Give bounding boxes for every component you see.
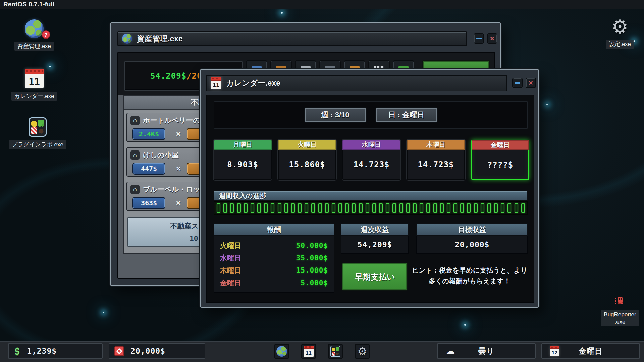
property-price-button[interactable]: 447$	[132, 163, 165, 175]
multiply-sign: ×	[173, 197, 184, 209]
taskbar-day-panel: 12 金曜日	[541, 343, 640, 359]
minimize-icon	[476, 38, 482, 39]
day-card-header: 水曜日	[342, 140, 400, 150]
cloud-icon: ☁	[446, 346, 455, 356]
progress-track	[214, 201, 528, 215]
desktop: RentOS 0.7.1-full 7 資産管理.exe 11 カレンダー.ex…	[0, 0, 644, 362]
progress-segment	[298, 203, 302, 213]
reward-day: 火曜日	[220, 241, 241, 250]
desktop-icon-label: 資産管理.exe	[14, 42, 54, 51]
day-card-value: 15.860$	[279, 150, 335, 179]
rewards-panel: 報酬 火曜日 50.000$ 水曜日 35.000$ 木曜日 15.000$	[214, 223, 334, 293]
desktop-icon-asset-manager[interactable]: 7 資産管理.exe	[11, 19, 58, 51]
progress-segment	[359, 203, 363, 213]
progress-segment	[487, 203, 491, 213]
progress-segment	[352, 203, 356, 213]
tray-button-settings[interactable]: ⚙	[355, 344, 370, 359]
desktop-icon-settings[interactable]: ⚙ 設定.exe	[596, 17, 643, 49]
progress-segment	[386, 203, 389, 213]
minimize-button[interactable]	[512, 78, 523, 88]
day-card-tuesday[interactable]: 火曜日 15.860$	[278, 140, 336, 180]
property-price-button[interactable]: 2.4K$	[132, 128, 165, 140]
background-glint	[546, 104, 548, 105]
calendar-icon: 11	[304, 346, 314, 357]
calendar-icon: 11	[211, 77, 221, 89]
os-top-bar: RentOS 0.7.1-full	[0, 0, 644, 9]
progress-segment	[230, 203, 234, 213]
weekly-revenue-panel: 週次収益 54,209$	[341, 223, 409, 254]
progress-segment	[433, 203, 437, 213]
progress-segment	[338, 203, 342, 213]
property-price-button[interactable]: 363$	[132, 197, 165, 209]
desktop-icon-calendar[interactable]: 11 カレンダー.exe	[11, 69, 58, 101]
reward-amount: 35.000$	[296, 254, 328, 262]
day-card-monday[interactable]: 月曜日 8.903$	[214, 140, 272, 180]
reward-row: 水曜日 35.000$	[214, 252, 334, 264]
taskbar-weather-panel: ☁ 曇り	[437, 343, 536, 359]
day-card-wednesday[interactable]: 水曜日 14.723$	[342, 140, 400, 180]
rewards-header: 報酬	[214, 223, 334, 236]
close-button[interactable]: ×	[487, 33, 497, 44]
day-card-header: 金曜日	[472, 140, 529, 150]
tray-button-asset-manager[interactable]	[274, 344, 289, 359]
reward-row: 火曜日 50.000$	[214, 239, 334, 252]
progress-segment	[325, 203, 329, 213]
close-icon: ×	[529, 79, 533, 87]
calendar-window-titlebar[interactable]: 11 カレンダー.exe	[206, 75, 507, 91]
tray-button-calendar[interactable]: 11	[301, 344, 316, 359]
close-button[interactable]: ×	[526, 78, 536, 88]
target-revenue-header: 目標収益	[416, 223, 528, 236]
weekly-revenue-value: 54,209$	[341, 236, 409, 254]
progress-segment	[217, 203, 220, 213]
day-button[interactable]: 日 : 金曜日	[375, 107, 438, 123]
progress-segment	[413, 203, 417, 213]
house-icon: ⌂	[130, 185, 140, 194]
reward-day: 水曜日	[220, 253, 241, 263]
progress-segment	[399, 203, 403, 213]
notification-badge: 7	[42, 30, 50, 39]
progress-segment	[311, 203, 315, 213]
gear-icon: ⚙	[611, 17, 628, 36]
progress-segment	[291, 203, 295, 213]
day-card-friday[interactable]: 金曜日 ????$	[471, 140, 529, 180]
os-version-label: RentOS 0.7.1-full	[3, 1, 54, 8]
taskbar-target-value: 20,000$	[130, 347, 165, 355]
progress-segment	[345, 203, 349, 213]
reward-day: 木曜日	[220, 266, 241, 275]
desktop-icon-label: 設定.exe	[606, 40, 634, 49]
taskbar-money-value: 1,239$	[27, 347, 57, 355]
multiply-sign: ×	[173, 163, 184, 175]
desktop-icon-label: カレンダー.exe	[11, 92, 57, 101]
day-card-thursday[interactable]: 木曜日 14.723$	[407, 140, 465, 180]
taskbar-money-panel: $ 1,239$	[8, 343, 103, 359]
early-pay-button[interactable]: 早期支払い	[342, 263, 408, 291]
asset-window-titlebar[interactable]: 資産管理.exe	[117, 31, 467, 46]
progress-segment	[251, 203, 254, 213]
desktop-icon-label: プラグインラボ.exe	[9, 140, 66, 149]
multiply-sign: ×	[173, 128, 184, 140]
reward-row: 金曜日 5.000$	[214, 277, 334, 289]
calendar-icon: 11	[25, 69, 44, 88]
progress-segment	[305, 203, 308, 213]
progress-segment	[366, 203, 369, 213]
plugin-lab-icon	[29, 117, 47, 137]
window-title: 資産管理.exe	[137, 34, 183, 44]
desktop-icon-bug-reporter[interactable]: BugReporter .exe	[596, 296, 644, 326]
gear-icon: ⚙	[358, 346, 367, 357]
tray-button-plugin-lab[interactable]	[328, 344, 343, 359]
target-revenue-panel: 目標収益 20,000$	[416, 223, 528, 254]
day-card-header: 火曜日	[278, 140, 336, 150]
minimize-button[interactable]	[474, 33, 484, 44]
property-name: ホートルベリーの径	[143, 116, 207, 125]
week-button[interactable]: 週 : 3/10	[304, 107, 367, 123]
property-name: けしの小屋	[143, 150, 178, 160]
property-name: ブルーベル・ロッジ	[143, 185, 207, 194]
weekly-revenue-header: 週次収益	[341, 223, 409, 236]
plugin-lab-icon	[330, 346, 340, 357]
reward-day: 金曜日	[220, 278, 241, 288]
window-calendar: 11 カレンダー.exe × 週 : 3/10 日 : 金曜日 月曜日 8.90…	[200, 69, 539, 308]
progress-header: 週間収入の進捗	[214, 190, 528, 201]
calendar-icon: 12	[550, 346, 559, 356]
progress-segment	[406, 203, 410, 213]
desktop-icon-plugin-lab[interactable]: プラグインラボ.exe	[11, 117, 64, 149]
